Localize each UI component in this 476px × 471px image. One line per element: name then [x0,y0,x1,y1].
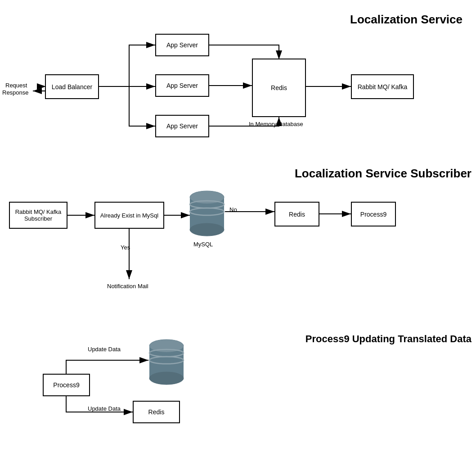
update-data-2-label: Update Data [88,405,121,412]
redis-3-box: Redis [133,401,180,423]
app-server-1-box: App Server [155,34,209,56]
process9-1-box: Process9 [351,202,396,226]
rabbit-mq-1-box: Rabbit MQ/ Kafka [351,74,414,99]
mysql-cylinder [189,188,225,238]
rabbit-subscriber-box: Rabbit MQ/ Kafka Subscriber [9,202,67,229]
notification-label: Notification Mail [107,283,148,290]
yes-label: Yes [121,244,130,251]
db-cylinder-2 [148,337,184,386]
svg-point-8 [149,372,184,385]
mysql-label: MySQL [193,241,213,248]
app-server-3-box: App Server [155,115,209,137]
no-label: No [229,206,237,213]
update-data-1-label: Update Data [88,346,121,353]
redis-1-box: Redis [252,59,306,117]
localization-service-title: Localization Service [350,13,463,27]
redis-2-box: Redis [274,202,319,226]
already-exist-box: Already Exist in MySql [94,202,164,229]
localization-subscriber-title: Localization Service Subscriber [295,167,472,181]
in-memory-label: In Memory Database [249,121,303,127]
process9-update-title: Process9 Updating Translated Data [305,333,472,345]
app-server-2-box: App Server [155,74,209,97]
svg-point-2 [190,223,224,236]
request-label: Request [5,82,27,89]
process9-2-box: Process9 [43,374,90,396]
response-label: Response [2,89,29,96]
main-diagram: Localization Service Request Response Lo… [0,0,476,471]
load-balancer-box: Load Balancer [45,74,99,99]
arrows-svg [0,0,476,471]
